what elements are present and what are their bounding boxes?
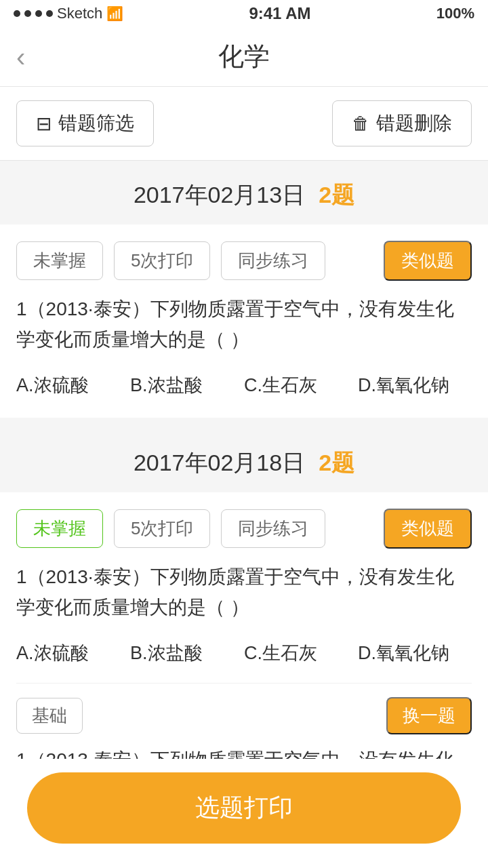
tag-print[interactable]: 5次打印 <box>114 241 210 280</box>
question-options-2: A.浓硫酸 B.浓盐酸 C.生石灰 D.氧氧化钠 <box>16 637 472 670</box>
date-header-1: 2017年02月13日 2题 <box>0 161 488 224</box>
section-1: 2017年02月13日 2题 未掌握 5次打印 同步练习 类似题 1（2013·… <box>0 161 488 418</box>
status-bar: Sketch 📶 9:41 AM 100% <box>0 0 488 27</box>
similar-button[interactable]: 类似题 <box>384 241 472 281</box>
similar-button-2[interactable]: 类似题 <box>384 509 472 549</box>
date-count-1: 2题 <box>319 180 354 211</box>
option-d: D.氧氧化钠 <box>358 369 472 402</box>
delete-label: 错题删除 <box>376 111 452 136</box>
date-text-2: 2017年02月18日 <box>134 448 305 479</box>
question-tags-row-2: 未掌握 5次打印 同步练习 类似题 <box>16 509 472 549</box>
page-title: 化学 <box>218 39 270 74</box>
delete-button[interactable]: 🗑 错题删除 <box>332 100 472 146</box>
tag-unmastered-2[interactable]: 未掌握 <box>16 509 103 548</box>
option-c: C.生石灰 <box>244 369 358 402</box>
battery-display: 100% <box>436 5 474 22</box>
bottom-bar: 选题打印 <box>0 759 488 868</box>
filter-icon: ⊟ <box>36 113 52 135</box>
sub-tag-row-basic: 基础 换一题 <box>16 697 472 734</box>
delete-icon: 🗑 <box>352 113 369 134</box>
time-display: 9:41 AM <box>249 4 310 23</box>
date-text-1: 2017年02月13日 <box>134 180 305 211</box>
option-b: B.浓盐酸 <box>130 369 244 402</box>
question-text: 1（2013·泰安）下列物质露置于空气中，没有发生化学变化而质量增大的是（ ） <box>16 294 472 355</box>
network-label: Sketch <box>57 5 102 22</box>
wifi-icon: 📶 <box>106 5 123 22</box>
signal-dot <box>46 10 53 17</box>
tag-sync[interactable]: 同步练习 <box>221 241 325 280</box>
swap-button-basic[interactable]: 换一题 <box>386 697 472 734</box>
opt-a-2: A.浓硫酸 <box>16 637 130 670</box>
sub-tag-basic: 基础 <box>16 698 83 734</box>
filter-button[interactable]: ⊟ 错题筛选 <box>16 100 154 146</box>
signal-dot <box>35 10 42 17</box>
date-count-2: 2题 <box>319 448 354 479</box>
signal-dot <box>24 10 31 17</box>
tag-unmastered[interactable]: 未掌握 <box>16 241 103 280</box>
signal-dot <box>14 10 20 17</box>
opt-b-2: B.浓盐酸 <box>130 637 244 670</box>
question-options: A.浓硫酸 B.浓盐酸 C.生石灰 D.氧氧化钠 <box>16 369 472 402</box>
question-tags-row: 未掌握 5次打印 同步练习 类似题 <box>16 241 472 281</box>
nav-bar: ‹ 化学 <box>0 27 488 87</box>
toolbar: ⊟ 错题筛选 🗑 错题删除 <box>0 87 488 161</box>
option-a: A.浓硫酸 <box>16 369 130 402</box>
opt-c-2: C.生石灰 <box>244 637 358 670</box>
tag-print-2[interactable]: 5次打印 <box>114 509 210 548</box>
date-header-2: 2017年02月18日 2题 <box>0 429 488 492</box>
filter-label: 错题筛选 <box>58 111 134 136</box>
opt-d-2: D.氧氧化钠 <box>358 637 472 670</box>
question-text-2: 1（2013·泰安）下列物质露置于空气中，没有发生化学变化而质量增大的是（ ） <box>16 562 472 623</box>
back-button[interactable]: ‹ <box>16 43 25 71</box>
tag-sync-2[interactable]: 同步练习 <box>221 509 325 548</box>
print-button[interactable]: 选题打印 <box>27 772 461 844</box>
question-card-1-0: 未掌握 5次打印 同步练习 类似题 1（2013·泰安）下列物质露置于空气中，没… <box>0 224 488 418</box>
